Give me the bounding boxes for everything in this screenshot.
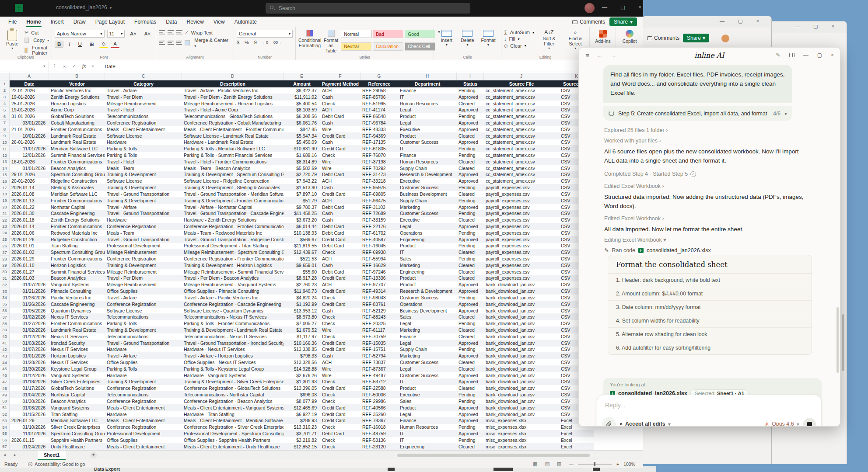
cell-amount[interactable]: $11,911.02 — [284, 94, 320, 101]
cell-status[interactable]: Approved — [457, 340, 484, 347]
cell-reference[interactable]: REF-29986 — [360, 398, 398, 405]
cell-department[interactable]: Supply Chain — [398, 198, 457, 204]
cell-reference[interactable]: REF-40587 — [360, 236, 398, 243]
cell-source-file[interactable]: misc_expenses.xlsx — [484, 424, 559, 430]
cell-date[interactable]: 01/28/2026 — [10, 359, 49, 366]
forward-button[interactable]: → — [611, 52, 616, 59]
cell-source-file[interactable]: payroll_expenses.csv — [484, 275, 559, 282]
cell-status[interactable]: Pending — [457, 347, 484, 353]
cell-department[interactable]: Product — [398, 385, 457, 392]
font-size-select[interactable]: 11▾ — [107, 30, 125, 38]
cell-date[interactable]: 2026.01.03 — [10, 275, 49, 282]
ribbon-tab-data[interactable]: Data — [161, 17, 182, 26]
cell-payment-method[interactable]: Credit Card — [320, 191, 360, 198]
cell-description[interactable]: Professional Development - Spectrum Cons… — [182, 430, 284, 437]
cell-description[interactable]: Hardware - Zenith Energy Solutions — [182, 217, 284, 223]
cell-source-file[interactable]: bank_download_jan.csv — [484, 327, 559, 333]
cell-vendor[interactable]: Nexus IT Services — [49, 347, 105, 353]
cell-department[interactable]: Executive — [398, 126, 457, 133]
cell-payment-method[interactable]: Credit Card — [320, 275, 360, 282]
cell-vendor[interactable]: Frontier Communications — [49, 320, 105, 327]
row-number[interactable]: 5 — [0, 107, 10, 113]
cell-status[interactable]: Cleared — [457, 217, 484, 223]
cell-payment-method[interactable]: Wire — [320, 372, 360, 379]
zoom-slider-knob[interactable] — [594, 462, 595, 466]
cell-description[interactable]: Telecommunications - Nexus IT Services — [182, 314, 284, 320]
cell-amount[interactable]: $847.85 — [284, 126, 320, 133]
style-good[interactable]: Good — [405, 30, 435, 38]
cell-status[interactable]: Cleared — [457, 165, 484, 172]
cell-vendor[interactable]: Nexus IT Services — [49, 314, 105, 320]
cell-category[interactable]: Professional Development — [105, 243, 182, 250]
stop-button[interactable] — [803, 418, 816, 427]
cell-department[interactable]: Finance — [398, 152, 457, 159]
conditional-formatting-button[interactable]: Conditional Formatting — [298, 30, 321, 53]
cell-department[interactable]: Marketing — [398, 327, 457, 333]
cell-reference[interactable]: REF-78367 — [360, 417, 398, 424]
cell-payment-method[interactable]: Cash — [320, 210, 360, 217]
row-number[interactable]: 2 — [0, 87, 10, 94]
cell-vendor[interactable]: Spectrum Consulting Group — [49, 172, 105, 178]
cell-reference[interactable]: REF-50006 — [360, 392, 398, 398]
cell-vendor[interactable]: Cobalt Manufacturing — [49, 120, 105, 126]
worked-files-link[interactable]: Worked with your files › — [604, 138, 661, 144]
cell-description[interactable]: Conference Registration - Beacon Analyti… — [182, 398, 284, 405]
cell-date[interactable]: 29-01-2026 — [10, 172, 49, 178]
row-number[interactable]: 55 — [0, 430, 10, 437]
orientation-button[interactable]: ⟋ — [185, 30, 189, 35]
cell-amount[interactable]: $3,701.71 — [284, 430, 320, 437]
cell-amount[interactable]: $12,465.69 — [284, 405, 320, 411]
confirm-entry-button[interactable]: ✓ — [72, 63, 76, 69]
insert-cells-button[interactable]: Insert▾ — [437, 30, 457, 47]
cell-department[interactable]: Product — [398, 113, 457, 120]
ribbon-tab-draw[interactable]: Draw — [69, 17, 91, 26]
cell-vendor[interactable]: Landmark Real Estate — [49, 133, 105, 139]
cell-date[interactable]: 01/17/2026 — [10, 385, 49, 392]
cell-reference[interactable]: REF-87367 — [360, 366, 398, 372]
cell-status[interactable]: Approved — [457, 281, 484, 288]
cell-department[interactable]: Supply Chain — [398, 347, 457, 353]
cell-source-file[interactable]: cc_statement_amex.csv — [484, 165, 559, 172]
cell-date[interactable]: 2026.01.10 — [10, 262, 49, 269]
cell-vendor[interactable]: Frontier Communications — [49, 223, 105, 230]
cell-description[interactable]: Conference Registration - Frontier Commu… — [182, 223, 284, 230]
horizontal-scrollbar-thumb[interactable] — [397, 454, 590, 457]
cell-reference[interactable]: REF-16018 — [360, 424, 398, 430]
cell-category[interactable]: Travel - Per Diem — [105, 94, 182, 101]
cell-date[interactable]: 21-01-2026 — [10, 126, 49, 133]
cell-source-file[interactable]: misc_expenses.xlsx — [484, 430, 559, 437]
cell-reference[interactable]: REF-37198 — [360, 159, 398, 165]
cell-payment-method[interactable]: Debit Card — [320, 430, 360, 437]
cell-reference[interactable]: REF-53712 — [360, 379, 398, 385]
cell-vendor[interactable]: Beacon Analytics — [49, 165, 105, 172]
cell-department[interactable]: Customer Success — [398, 295, 457, 301]
cell-payment-method[interactable]: ACH — [320, 359, 360, 366]
cell-source-file[interactable]: payroll_expenses.csv — [484, 223, 559, 230]
cell-description[interactable]: Parking & Tolls - Summit Financial Servi… — [182, 152, 284, 159]
cell-payment-method[interactable]: Debit Card — [320, 269, 360, 275]
cell-department[interactable]: IT — [398, 379, 457, 385]
cell-category[interactable]: Conference Registration — [105, 398, 182, 405]
cell-amount[interactable]: $8,422.37 — [284, 87, 320, 94]
cell-description[interactable]: Conference Registration - Cobalt Manufac… — [182, 120, 284, 126]
cell-vendor[interactable]: Zenith Energy Solutions — [49, 94, 105, 101]
cell-payment-method[interactable]: ACH — [320, 87, 360, 94]
minimize-button[interactable]: — — [602, 4, 607, 10]
cell-amount[interactable]: $10,831.90 — [284, 146, 320, 152]
cell-category[interactable]: Travel - Hotel — [105, 107, 182, 113]
copy-button[interactable]: Copy ▾ — [24, 38, 49, 43]
cell-category[interactable]: Office Supplies — [105, 288, 182, 295]
cell-category[interactable]: Parking & Tolls — [105, 366, 182, 372]
cell-description[interactable]: Mileage Reimbursement - Vanguard Systems — [182, 281, 284, 288]
cell-category[interactable]: Travel - Ground Transportation — [105, 210, 182, 217]
cell-department[interactable]: Product — [398, 405, 457, 411]
row-number[interactable]: 23 — [0, 223, 10, 230]
cell-reference[interactable]: REF-73837 — [360, 359, 398, 366]
cell-status[interactable]: Pending — [457, 398, 484, 405]
cell-description[interactable]: Training & Development - Sterling & Asso… — [182, 184, 284, 191]
cell-vendor[interactable]: Zenith Energy Solutions — [49, 217, 105, 223]
cell-vendor[interactable]: Meridian Software LLC — [49, 417, 105, 424]
cell-reference[interactable]: REF-51995 — [360, 101, 398, 107]
cell-status[interactable]: Approved — [457, 353, 484, 359]
cell-status[interactable]: Pending — [457, 243, 484, 250]
